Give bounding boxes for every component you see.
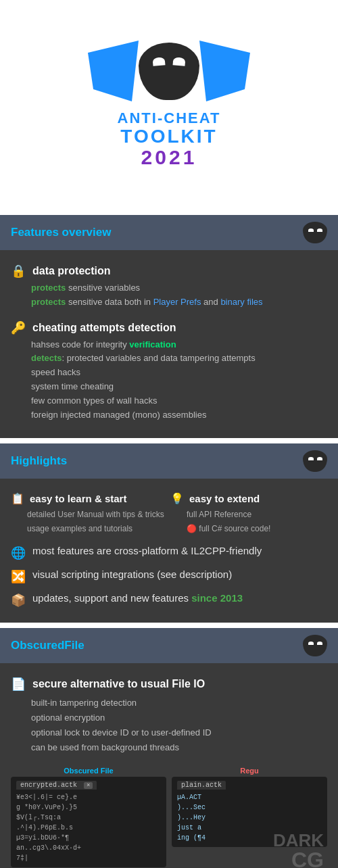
sub-wall: few common types of wall hacks [31,394,327,408]
tab-close[interactable]: × [84,782,93,789]
flow-icon: 🔀 [11,569,26,584]
logo-wings-mask [88,41,250,101]
brand-text: ANTI-CHEAT TOOLKIT 2021 [118,110,221,169]
watermark: DARK CG [273,831,324,868]
highlight-col-right-title: 💡 easy to extend [170,492,327,505]
separator-2 [0,438,338,443]
watermark-cg: CG [273,849,324,868]
code-panel-left-wrapper: Obscured File encrypted.actk × ¥e3<|.6|=… [11,767,166,867]
highlights-mask-eye-right [317,457,322,460]
code-panel-left: encrypted.actk × ¥e3<|.6|= ce}.e g *h0Y.… [11,777,166,867]
code-label-right: Regu [172,767,327,775]
sub-usage-examples: usage examples and tutorials [27,522,168,535]
right-wing-icon [196,41,250,101]
obscured-mask-icon [303,635,327,656]
highlights-section: Highlights 📋 easy to learn & start detai… [0,443,338,623]
features-mask-icon [303,222,327,243]
logo-area [88,41,250,105]
hero-content: ANTI-CHEAT TOOLKIT 2021 [88,41,250,169]
obscured-feature: 📄 secure alternative to usual File IO bu… [0,671,338,761]
watermark-dark: DARK [273,831,324,849]
highlight-col-left-subs: detailed User Manual with tips & tricks … [11,508,168,535]
separator-1 [0,210,338,215]
features-header: Features overview [0,215,338,250]
code-panel-right-header: plain.actk [177,781,322,790]
features-mask-eye-right [317,228,322,232]
highlights-grid: 📋 easy to learn & start detailed User Ma… [0,487,338,541]
sub-line-2: protects sensitive data both in Player P… [31,295,327,310]
highlight-col-right-subs: full API Reference 🔴 full C# source code… [170,508,327,535]
globe-icon: 🌐 [11,546,26,560]
highlights-title: Highlights [11,454,67,468]
feature-title-row-2: 🔑 cheating attempts detection [11,320,327,335]
highlight-visual-scripting: 🔀 visual scripting integrations (see des… [0,564,338,588]
updates-text: updates, support and new features since … [32,592,243,604]
file-icon: 📄 [11,677,26,692]
sub-lock: optional lock to device ID or to user-de… [31,725,327,740]
feature-data-protection: 🔒 data protection protects sensitive var… [0,258,338,315]
hero-section: ANTI-CHEAT TOOLKIT 2021 [0,0,338,210]
sub-background: can be used from background threads [31,740,327,755]
features-title: Features overview [11,226,111,239]
feature-cheating-detection: 🔑 cheating attempts detection hahses cod… [0,315,338,428]
mask-eye-left [153,57,166,66]
sub-user-manual: detailed User Manual with tips & tricks [27,508,168,521]
highlight-col-left: 📋 easy to learn & start detailed User Ma… [11,492,168,535]
feature-title-row-1: 🔒 data protection [11,264,327,279]
mask-eye-right [173,57,186,66]
brand-anti-cheat: ANTI-CHEAT [118,110,221,127]
code-content-left: ¥e3<|.6|= ce}.e g *h0Y.VuPe).}5 $V(l┌.Ts… [16,792,161,863]
cheating-detection-subs: hahses code for integrity verification d… [11,338,327,423]
mask-body [139,43,199,100]
easy-learn-label: easy to learn & start [30,493,126,504]
obscured-mask-eye-left [308,642,314,645]
sub-speed: speed hacks [31,366,327,380]
obscured-title-row: 📄 secure alternative to usual File IO [11,677,327,692]
sub-foreign: foreign injected managed (mono) assembli… [31,408,327,423]
separator-3 [0,623,338,628]
obscured-section: ObscuredFile 📄 secure alternative to usu… [0,628,338,868]
svg-marker-1 [199,41,250,101]
cheating-detection-title: cheating attempts detection [32,322,176,334]
easy-extend-label: easy to extend [189,493,260,504]
book-icon: 📋 [11,492,24,505]
obscured-mask-eye-right [317,642,322,645]
highlight-cross-platform: 🌐 most features are cross-platform & IL2… [0,541,338,564]
sub-encryption: optional encryption [31,710,327,725]
highlight-col-right: 💡 easy to extend full API Reference 🔴 fu… [170,492,327,535]
sub-line-1: protects sensitive variables [31,281,327,295]
data-protection-subs: protects sensitive variables protects se… [11,281,327,310]
cross-platform-text: most features are cross-platform & IL2CP… [32,545,262,556]
highlights-mask-eye-left [308,457,314,460]
brand-year: 2021 [118,146,221,169]
obscured-feature-title: secure alternative to usual File IO [32,678,205,690]
encrypted-filename: encrypted.actk × [16,781,97,790]
brand-toolkit: TOOLKIT [118,127,221,146]
sub-hashes: hahses code for integrity verification [31,338,327,352]
key-icon: 🔑 [11,320,26,335]
svg-marker-0 [88,41,139,101]
highlights-header: Highlights [0,443,338,479]
extend-icon: 💡 [170,492,184,505]
obscured-header: ObscuredFile [0,628,338,663]
sub-source-code: 🔴 full C# source code! [187,522,327,535]
sub-api-reference: full API Reference [187,508,327,521]
highlight-updates: 📦 updates, support and new features sinc… [0,588,338,612]
obscured-title: ObscuredFile [11,639,84,652]
code-comparison-wrapper: Obscured File encrypted.actk × ¥e3<|.6|=… [11,767,327,867]
highlight-col-left-title: 📋 easy to learn & start [11,492,168,505]
features-mask-eye-left [308,228,314,232]
code-panel-left-header: encrypted.actk × [16,781,161,790]
features-section: Features overview 🔒 data protection prot… [0,215,338,438]
left-wing-icon [88,41,142,101]
sub-tampering: built-in tampering detection [31,696,327,710]
code-label-left: Obscured File [11,767,166,775]
since-2013-text: since 2013 [191,592,243,604]
data-protection-title: data protection [32,265,111,277]
package-icon: 📦 [11,593,26,608]
lock-icon: 🔒 [11,264,26,279]
plain-filename: plain.actk [177,781,226,790]
obscured-subs: built-in tampering detection optional en… [11,696,327,755]
highlights-mask-icon [303,450,327,472]
sub-detects: detects: protected variables and data ta… [31,352,327,366]
